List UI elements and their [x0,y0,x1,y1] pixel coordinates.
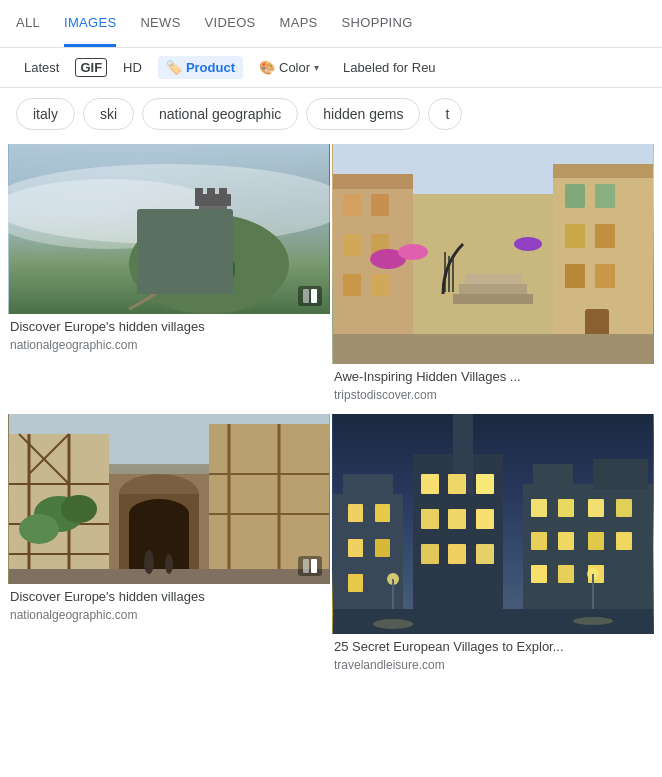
svg-rect-27 [565,224,585,248]
svg-rect-36 [453,294,533,304]
image-info-2: Discover Europe's hidden villages nation… [8,584,330,632]
svg-rect-6 [195,188,203,196]
svg-rect-28 [595,224,615,248]
tab-images[interactable]: IMAGES [64,1,116,47]
filter-labeled[interactable]: Labeled for Reu [335,56,444,79]
svg-point-11 [169,241,189,277]
image-thumbnail-3 [332,414,654,634]
svg-point-55 [61,495,97,523]
svg-rect-72 [348,504,363,522]
svg-rect-83 [421,509,439,529]
image-wrapper-1 [332,144,654,364]
tab-all[interactable]: ALL [16,1,40,47]
svg-rect-96 [531,532,547,550]
svg-rect-37 [459,284,527,294]
svg-rect-24 [553,164,653,178]
image-title-1: Awe-Inspiring Hidden Villages ... [334,368,652,386]
image-thumbnail-2 [8,414,330,584]
svg-point-35 [514,237,542,251]
svg-rect-26 [595,184,615,208]
svg-rect-76 [348,574,363,592]
filter-gif[interactable]: GIF [75,58,107,77]
svg-rect-16 [333,174,413,189]
image-card-0[interactable]: Discover Europe's hidden villages nation… [8,144,330,412]
svg-rect-92 [531,499,547,517]
color-icon: 🎨 [259,60,275,75]
image-card-3[interactable]: 25 Secret European Villages to Explor...… [332,414,654,682]
svg-rect-94 [588,499,604,517]
image-title-2: Discover Europe's hidden villages [10,588,328,606]
svg-point-68 [165,554,173,574]
chip-hidden-gems[interactable]: hidden gems [306,98,420,130]
svg-rect-18 [371,194,389,216]
svg-point-12 [213,253,235,285]
filter-hd[interactable]: HD [115,56,150,79]
chip-ski[interactable]: ski [83,98,134,130]
svg-point-109 [573,617,613,625]
chip-italy[interactable]: italy [16,98,75,130]
image-grid: Discover Europe's hidden villages nation… [0,140,662,686]
svg-rect-90 [533,464,573,489]
svg-rect-101 [558,565,574,583]
filter-latest[interactable]: Latest [16,56,67,79]
tab-shopping[interactable]: SHOPPING [342,1,413,47]
svg-rect-91 [593,459,648,489]
svg-rect-7 [207,188,215,196]
svg-point-108 [373,619,413,629]
svg-rect-30 [595,264,615,288]
svg-rect-21 [343,274,361,296]
carousel-dot [303,559,309,573]
svg-point-3 [129,214,289,314]
color-dropdown-arrow: ▾ [314,62,319,73]
image-source-0: nationalgeographic.com [10,338,328,352]
tab-maps[interactable]: MAPS [280,1,318,47]
nav-tabs: ALL IMAGES NEWS VIDEOS MAPS SHOPPING [0,0,662,48]
svg-rect-74 [348,539,363,557]
image-card-2[interactable]: Discover Europe's hidden villages nation… [8,414,330,682]
svg-rect-98 [588,532,604,550]
chip-partial[interactable]: t [428,98,462,130]
filter-product[interactable]: 🏷️ Product [158,56,243,79]
image-wrapper-2 [8,414,330,584]
image-card-1[interactable]: Awe-Inspiring Hidden Villages ... tripst… [332,144,654,412]
svg-rect-85 [476,509,494,529]
svg-rect-17 [343,194,361,216]
tab-news[interactable]: NEWS [140,1,180,47]
image-info-0: Discover Europe's hidden villages nation… [8,314,330,362]
svg-point-54 [19,514,59,544]
svg-rect-100 [531,565,547,583]
image-info-3: 25 Secret European Villages to Explor...… [332,634,654,682]
carousel-indicator-2 [298,556,322,576]
chips-row: italy ski national geographic hidden gem… [0,88,662,140]
svg-rect-80 [421,474,439,494]
image-wrapper-3 [332,414,654,634]
image-info-1: Awe-Inspiring Hidden Villages ... tripst… [332,364,654,412]
svg-rect-86 [421,544,439,564]
svg-rect-73 [375,504,390,522]
carousel-dot [311,289,317,303]
svg-rect-9 [207,212,215,222]
svg-rect-42 [333,334,653,364]
svg-rect-22 [371,274,389,296]
image-title-3: 25 Secret European Villages to Explor... [334,638,652,656]
svg-rect-93 [558,499,574,517]
tab-videos[interactable]: VIDEOS [205,1,256,47]
svg-rect-82 [476,474,494,494]
svg-rect-99 [616,532,632,550]
svg-rect-8 [219,188,227,196]
chip-national-geographic[interactable]: national geographic [142,98,298,130]
filter-color[interactable]: 🎨 Color ▾ [251,56,327,79]
image-source-3: travelandleisure.com [334,658,652,672]
svg-rect-75 [375,539,390,557]
svg-rect-88 [476,544,494,564]
carousel-dot [303,289,309,303]
svg-point-10 [147,229,171,269]
svg-point-34 [398,244,428,260]
svg-rect-19 [343,234,361,256]
svg-point-67 [144,550,154,574]
svg-rect-81 [448,474,466,494]
carousel-indicator-0 [298,286,322,306]
svg-rect-25 [565,184,585,208]
svg-rect-84 [448,509,466,529]
svg-rect-29 [565,264,585,288]
